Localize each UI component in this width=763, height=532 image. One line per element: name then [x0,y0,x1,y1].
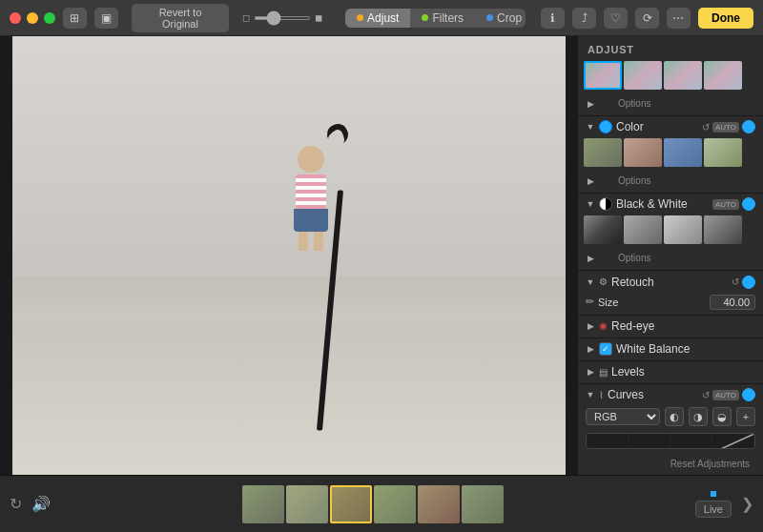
levels-icon: ▤ [599,367,608,378]
color-label: Color [616,120,698,133]
light-thumb-2[interactable] [624,61,662,90]
color-thumb-4[interactable] [704,138,742,167]
wb-chevron [586,344,595,354]
more-button[interactable]: ⋯ [667,8,691,29]
tab-adjust[interactable]: Adjust [345,9,410,28]
bw-label: Black & White [616,197,709,211]
traffic-lights [10,12,55,24]
volume-icon[interactable]: 🔊 [31,495,51,513]
zoom-slider[interactable] [254,16,311,20]
retouch-section-row[interactable]: ⚙ Retouch ↺ [578,273,763,292]
retouch-reset-icon[interactable]: ↺ [732,276,739,287]
curves-reset-icon[interactable]: ↺ [702,390,710,400]
photo-background [12,36,566,475]
curves-auto-badge[interactable]: AUTO [712,390,739,400]
window-icon-btn-2[interactable]: ▣ [94,8,118,29]
film-thumb-1[interactable] [242,485,284,523]
film-thumb-5[interactable] [418,485,460,523]
color-thumb-2[interactable] [624,138,662,167]
editing-tabs: Adjust Filters Crop [345,9,526,28]
curves-toolbar: RGB Red Green Blue ◐ ◑ ◒ + [578,404,763,429]
redeye-label: Red-eye [611,319,755,333]
light-options-row[interactable]: Options [578,93,763,113]
size-value[interactable]: 40.00 [710,295,755,310]
film-thumb-3[interactable] [330,485,372,523]
rotate-photo-icon[interactable]: ↻ [10,495,22,513]
light-thumb-3[interactable] [664,61,702,90]
film-thumb-6[interactable] [462,485,504,523]
curves-eyedropper-mid[interactable]: ◑ [689,407,708,426]
zoom-out-icon: ◻ [242,12,250,23]
curves-eyedropper-dark[interactable]: ◐ [665,407,684,426]
bw-auto-badge[interactable]: AUTO [712,199,739,210]
reset-adjustments-button[interactable]: Reset Adjustments [665,457,755,471]
bw-toggle[interactable] [742,197,755,211]
filmstrip-next-icon[interactable]: ❯ [741,495,753,513]
curves-section-row[interactable]: ⌇ Curves ↺ AUTO [578,385,763,404]
share-button[interactable]: ⤴ [572,8,596,29]
bw-options-chevron [586,254,595,263]
color-thumb-1[interactable] [584,138,622,167]
wb-enabled-check[interactable]: ✓ [599,342,612,356]
light-thumb-4[interactable] [704,61,742,90]
color-reset-icon[interactable]: ↺ [702,122,710,133]
film-thumb-2[interactable] [286,485,328,523]
heart-button[interactable]: ♡ [604,8,628,29]
bw-thumb-2[interactable] [624,215,662,244]
zoom-in-icon: ◼ [315,12,322,23]
bottom-bar: ↻ 🔊 Live ❯ [0,475,763,532]
bw-options-row[interactable]: Options [578,248,763,268]
fullscreen-button[interactable] [44,12,55,24]
panel-header: ADJUST [578,36,763,59]
info-button[interactable]: ℹ [541,8,565,29]
reset-area: Reset Adjustments [578,453,763,475]
color-options-row[interactable]: Options [578,171,763,191]
color-section-row[interactable]: Color ↺ AUTO [578,117,763,136]
levels-chevron [586,367,595,377]
wb-section-row[interactable]: ✓ White Balance [578,339,763,358]
window-icon-btn-1[interactable]: ⊞ [63,8,87,29]
photo-canvas [12,36,566,475]
live-badge[interactable]: Live [695,501,732,518]
crop-dot [486,14,493,21]
light-thumb-1[interactable] [584,61,622,90]
close-button[interactable] [10,12,21,24]
retouch-toggle[interactable] [742,276,755,289]
minimize-button[interactable] [27,12,38,24]
curves-channel-select[interactable]: RGB Red Green Blue [586,408,660,425]
tab-adjust-label: Adjust [367,11,399,25]
color-auto-badge[interactable]: AUTO [712,122,739,133]
color-options-label: Options [599,174,670,188]
person-skirt [294,209,328,232]
pencil-icon: ✏ [586,296,594,308]
tab-crop-label: Crop [497,11,522,25]
bw-section-row[interactable]: Black & White AUTO [578,194,763,214]
curves-graph [586,433,755,449]
light-options-label: Options [599,96,670,111]
wb-label: White Balance [616,342,755,356]
bw-thumb-4[interactable] [704,215,742,244]
color-actions: ↺ AUTO [702,120,755,133]
indicator-dot [711,491,716,497]
color-toggle[interactable] [742,120,755,133]
color-icon [599,120,612,133]
levels-section-row[interactable]: ▤ Levels [578,362,763,381]
svg-line-6 [587,434,754,449]
tab-crop[interactable]: Crop [475,9,526,28]
bw-options-label: Options [599,251,670,265]
film-thumb-4[interactable] [374,485,416,523]
curves-add-point[interactable]: + [736,407,755,426]
rotate-button[interactable]: ⟳ [635,8,659,29]
bw-thumb-3[interactable] [664,215,702,244]
revert-to-original-button[interactable]: Revert to Original [132,4,229,32]
curves-eyedropper-light[interactable]: ◒ [712,407,732,426]
main-area: ADJUST Options Color ↺ AUTO [0,36,763,475]
tab-filters[interactable]: Filters [410,9,475,28]
page-indicator [711,491,716,497]
bw-thumb-1[interactable] [584,215,622,244]
color-thumb-3[interactable] [664,138,702,167]
curves-toggle[interactable] [742,388,755,401]
done-button[interactable]: Done [698,8,753,29]
retouch-icon: ⚙ [599,276,608,287]
redeye-section-row[interactable]: ◉ Red-eye [578,317,763,336]
